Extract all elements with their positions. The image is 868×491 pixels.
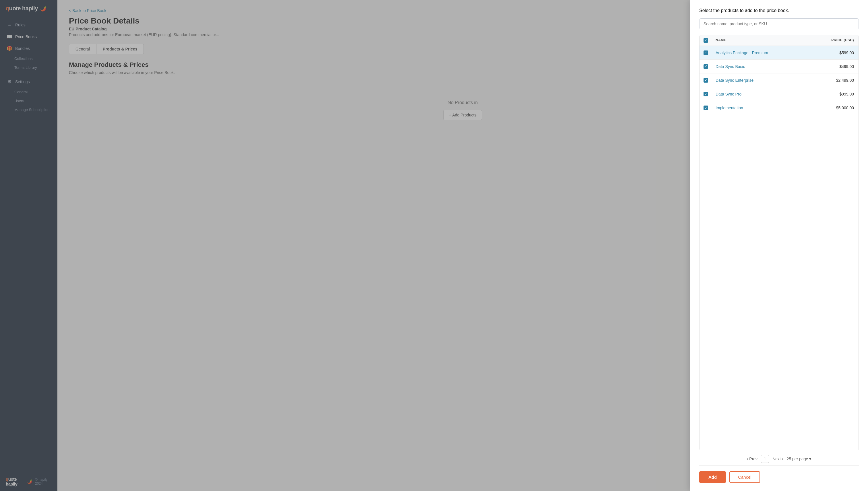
page-number[interactable]: 1 bbox=[761, 455, 769, 463]
table-row: Analytics Package - Premium $599.00 bbox=[700, 46, 859, 60]
table-row: Data Sync Enterprise $2,499.00 bbox=[700, 74, 859, 87]
row-check[interactable] bbox=[700, 92, 712, 96]
products-table: NAME PRICE (USD) Analytics Package - Pre… bbox=[699, 35, 859, 450]
product-name: Data Sync Pro bbox=[712, 92, 818, 96]
search-wrap bbox=[699, 18, 859, 29]
product-price: $2,499.00 bbox=[818, 78, 859, 83]
next-label: Next bbox=[772, 457, 781, 461]
table-body: Analytics Package - Premium $599.00 Data… bbox=[700, 46, 859, 450]
row-checkbox[interactable] bbox=[704, 51, 708, 55]
per-page-label: 25 per page bbox=[787, 457, 808, 461]
table-row: Data Sync Basic $499.00 bbox=[700, 60, 859, 74]
row-checkbox[interactable] bbox=[704, 92, 708, 96]
per-page-chevron-icon: ▾ bbox=[809, 457, 811, 461]
row-checkbox[interactable] bbox=[704, 78, 708, 83]
table-header: NAME PRICE (USD) bbox=[700, 35, 859, 46]
product-price: $599.00 bbox=[818, 51, 859, 55]
product-name: Data Sync Basic bbox=[712, 64, 818, 69]
row-check[interactable] bbox=[700, 106, 712, 110]
row-check[interactable] bbox=[700, 51, 712, 55]
row-check[interactable] bbox=[700, 64, 712, 69]
add-button[interactable]: Add bbox=[699, 471, 726, 483]
modal-panel: Select the products to add to the price … bbox=[690, 0, 868, 491]
per-page-selector[interactable]: 25 per page ▾ bbox=[787, 457, 811, 461]
row-checkbox[interactable] bbox=[704, 106, 708, 110]
pagination: ‹ Prev 1 Next › 25 per page ▾ bbox=[699, 450, 859, 465]
table-row: Implementation $5,000.00 bbox=[700, 101, 859, 115]
prev-button[interactable]: ‹ Prev bbox=[747, 457, 758, 461]
row-check[interactable] bbox=[700, 78, 712, 83]
next-chevron-icon: › bbox=[782, 457, 783, 461]
product-name: Implementation bbox=[712, 106, 818, 110]
product-price: $5,000.00 bbox=[818, 106, 859, 110]
search-input[interactable] bbox=[699, 18, 859, 29]
cancel-button[interactable]: Cancel bbox=[729, 471, 760, 483]
prev-label: Prev bbox=[749, 457, 758, 461]
select-all-checkbox[interactable] bbox=[704, 38, 708, 43]
prev-chevron-icon: ‹ bbox=[747, 457, 748, 461]
modal-footer: Add Cancel bbox=[699, 465, 859, 483]
header-check bbox=[700, 38, 712, 43]
next-button[interactable]: Next › bbox=[772, 457, 783, 461]
header-price: PRICE (USD) bbox=[818, 38, 859, 43]
product-price: $999.00 bbox=[818, 92, 859, 96]
product-name: Analytics Package - Premium bbox=[712, 51, 818, 55]
header-name: NAME bbox=[712, 38, 818, 43]
product-price: $499.00 bbox=[818, 64, 859, 69]
row-checkbox[interactable] bbox=[704, 64, 708, 69]
modal-title: Select the products to add to the price … bbox=[699, 8, 859, 13]
product-name: Data Sync Enterprise bbox=[712, 78, 818, 83]
table-row: Data Sync Pro $999.00 bbox=[700, 87, 859, 101]
